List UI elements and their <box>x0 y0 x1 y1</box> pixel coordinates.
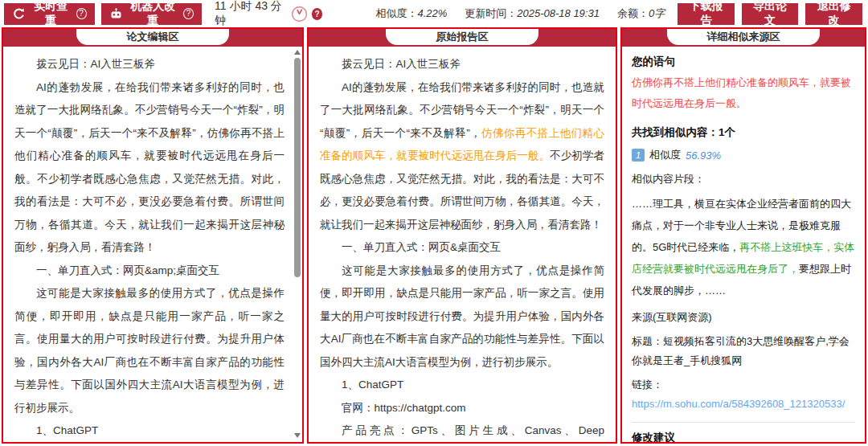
report-paragraph: 这可能是大家接触最多的使用方式了，优点是操作简便，即开即用，缺点是只能用一家产品… <box>320 260 604 374</box>
editor-scrollbar[interactable] <box>293 48 301 440</box>
report-paragraph: 产品亮点：GPTs、图片生成、Canvas、Deep Research、音视频对… <box>320 419 604 442</box>
balance-stat: 余额：0字 <box>617 6 665 21</box>
sources-panel: 详细相似来源区 您的语句 仿佛你再不搭上他们精心准备的顺风车，就要被时代远远甩在… <box>620 27 866 444</box>
scroll-down-icon[interactable] <box>294 433 301 438</box>
robot-icon <box>109 7 123 21</box>
found-count-label: 共找到相似内容：1个 <box>632 125 855 140</box>
report-paragraph: 一、单刀直入式：网页&桌面交互 <box>320 236 604 260</box>
fragment-label: 相似内容片段： <box>632 172 855 186</box>
download-report-button[interactable]: 下载报告 <box>678 3 735 25</box>
refresh-icon <box>12 7 26 21</box>
main-columns: 论文编辑区 拨云见日：AI入世三板斧 AI的蓬勃发展，在给我们带来诸多利好的同时… <box>0 27 868 444</box>
editor-paragraph: 这可能是大家接触最多的使用方式了，优点是操作简便，即开即用，缺点是只能用一家产品… <box>14 282 285 419</box>
time-remaining-group: 11 小时 43 分钟 ? <box>215 0 322 28</box>
report-panel-header: 原始报告区 <box>309 29 616 47</box>
report-text: 不少初学者既感心急焦虑，又觉茫然无措。对此，我的看法是：大可不必，更没必要急着付… <box>320 149 604 231</box>
robot-rewrite-button[interactable]: 机器人改重 ? <box>101 3 203 25</box>
help-icon[interactable]: ? <box>76 8 87 19</box>
report-content: 拨云见日：AI入世三板斧 AI的蓬勃发展，在给我们带来诸多利好的同时，也造就了一… <box>309 47 616 442</box>
editor-paragraph: 1、ChatGPT <box>14 419 285 442</box>
robot-rewrite-label: 机器人改重 <box>128 0 179 28</box>
similarity-percent: 56.93% <box>686 149 721 162</box>
title-value: 短视频拓客引流的3大思维唤醒客户,学会你就是王者_手机搜狐网 <box>632 335 850 366</box>
update-time-stat: 更新时间：2025-08-18 19:31 <box>465 6 600 21</box>
topbar: 实时查重 ? 机器人改重 ? 11 小时 43 分钟 ? 相似度：4.22% 更… <box>0 0 868 27</box>
report-paragraph: 拨云见日：AI入世三板斧 <box>320 53 604 76</box>
sources-panel-header: 详细相似来源区 <box>622 29 865 47</box>
suggestions-section: 修改建议 仿佛：似乎,好像,如同 准备：筹备,预备 一般：个别,普通 <box>632 422 855 442</box>
sources-content: 您的语句 仿佛你再不搭上他们精心准备的顺风车，就要被时代远远甩在身后一般。 共找… <box>622 47 865 442</box>
your-sentence-text: 仿佛你再不搭上他们精心准备的顺风车，就要被时代远远甩在身后一般。 <box>632 72 855 114</box>
exit-edit-button[interactable]: 退出修改 <box>805 3 862 25</box>
match-index-badge: 1 <box>632 149 645 162</box>
scrollbar-thumb[interactable] <box>294 58 301 277</box>
realtime-check-label: 实时查重 <box>31 0 72 28</box>
help-icon[interactable]: ? <box>312 8 323 20</box>
report-paragraph: AI的蓬勃发展，在给我们带来诸多利好的同时，也造就了一大批网络乱象。不少营销号今… <box>320 76 604 237</box>
realtime-check-button[interactable]: 实时查重 ? <box>4 3 95 25</box>
match-header[interactable]: 1 相似度 56.93% <box>632 148 855 162</box>
title-label: 标题： <box>632 335 663 347</box>
editor-panel-title: 论文编辑区 <box>76 29 229 45</box>
source-link[interactable]: https://m.sohu.com/a/584392608_121320533… <box>632 398 845 410</box>
link-label: 链接： <box>632 378 663 391</box>
report-paragraph: 1、ChatGPT <box>320 374 604 397</box>
topbar-actions: 下载报告 导出论文 退出修改 <box>678 3 862 25</box>
sources-panel-title: 详细相似来源区 <box>667 29 820 45</box>
report-panel-title: 原始报告区 <box>386 29 538 45</box>
editor-content[interactable]: 拨云见日：AI入世三板斧 AI的蓬勃发展，在给我们带来诸多利好的同时，也造就了一… <box>3 47 302 442</box>
similarity-label: 相似度 <box>649 148 681 162</box>
time-remaining-text: 11 小时 43 分钟 <box>215 0 287 28</box>
editor-panel-header: 论文编辑区 <box>3 29 302 47</box>
your-sentence-label: 您的语句 <box>632 55 855 69</box>
report-panel: 原始报告区 拨云见日：AI入世三板斧 AI的蓬勃发展，在给我们带来诸多利好的同时… <box>307 27 617 444</box>
clock-icon <box>291 6 308 23</box>
suggestions-label: 修改建议 <box>632 431 855 442</box>
balance-value: 0字 <box>649 7 665 19</box>
update-time-value: 2025-08-18 19:31 <box>517 7 600 19</box>
editor-paragraph: 一、单刀直入式：网页&amp;桌面交互 <box>14 260 285 283</box>
report-stats: 相似度：4.22% 更新时间：2025-08-18 19:31 余额：0字 <box>375 6 665 21</box>
report-paragraph: 官网：https://chatgpt.com <box>320 397 604 420</box>
source-origin: 来源(互联网资源) <box>632 308 855 327</box>
scroll-up-icon[interactable] <box>294 50 301 55</box>
source-title: 标题：短视频拓客引流的3大思维唤醒客户,学会你就是王者_手机搜狐网 <box>632 332 855 370</box>
export-paper-button[interactable]: 导出论文 <box>742 3 799 25</box>
help-icon[interactable]: ? <box>183 8 194 19</box>
source-link-row: 链接：https://m.sohu.com/a/584392608_121320… <box>632 375 855 414</box>
editor-paragraph: 拨云见日：AI入世三板斧 <box>14 53 285 76</box>
editor-paragraph: AI的蓬勃发展，在给我们带来诸多利好的同时，也造就了一大批网络乱象。不少营销号今… <box>14 76 285 260</box>
editor-panel: 论文编辑区 拨云见日：AI入世三板斧 AI的蓬勃发展，在给我们带来诸多利好的同时… <box>2 27 304 444</box>
similarity-value: 4.22% <box>417 7 447 19</box>
similarity-stat: 相似度：4.22% <box>375 6 447 21</box>
fragment-text: ……理工具，横亘在实体企业经营者面前的四大痛点，对于一个非专业人士来说，是极难克… <box>632 193 855 301</box>
